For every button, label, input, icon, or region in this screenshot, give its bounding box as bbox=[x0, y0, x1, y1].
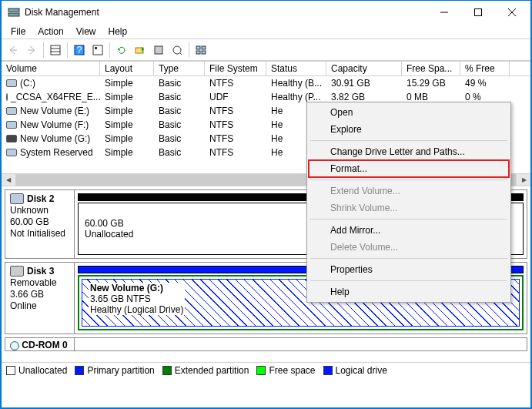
disk-size: 60.00 GB bbox=[10, 216, 69, 227]
volume-layout: Simple bbox=[100, 146, 154, 159]
menu-view[interactable]: View bbox=[70, 25, 102, 39]
volume-type: Basic bbox=[154, 119, 205, 131]
menu-change-drive-letter[interactable]: Change Drive Letter and Paths... bbox=[309, 143, 509, 160]
volume-icon bbox=[6, 107, 17, 115]
minimize-button[interactable] bbox=[427, 2, 461, 23]
toolbar-separator bbox=[109, 42, 110, 58]
toolbar-separator bbox=[189, 42, 189, 58]
disk-online: Online bbox=[10, 300, 69, 311]
col-layout[interactable]: Layout bbox=[100, 62, 154, 75]
svg-rect-18 bbox=[196, 51, 200, 54]
menu-separator bbox=[310, 140, 507, 141]
volume-type: Basic bbox=[154, 132, 205, 145]
legend-logical: Logical drive bbox=[336, 365, 387, 376]
volume-fs: NTFS bbox=[205, 146, 266, 159]
disk-init: Not Initialised bbox=[10, 228, 69, 239]
disk-title: Disk 2 bbox=[27, 193, 54, 204]
col-type[interactable]: Type bbox=[154, 62, 205, 75]
menu-help[interactable]: Help bbox=[309, 283, 509, 300]
volume-layout: Simple bbox=[100, 132, 154, 145]
back-button[interactable] bbox=[5, 42, 22, 59]
help-button[interactable]: ? bbox=[71, 42, 88, 59]
disk-type: Removable bbox=[10, 277, 69, 288]
menu-explore[interactable]: Explore bbox=[309, 121, 509, 138]
volume-name: New Volume (E:) bbox=[20, 106, 89, 116]
legend-primary: Primary partition bbox=[87, 365, 154, 376]
swatch-extended bbox=[162, 366, 172, 375]
menu-separator bbox=[310, 258, 507, 259]
svg-rect-11 bbox=[93, 45, 102, 55]
col-free[interactable]: Free Spa... bbox=[402, 62, 460, 75]
volume-row[interactable]: (C:) Simple Basic NTFS Healthy (B... 30.… bbox=[2, 76, 530, 90]
menu-format[interactable]: Format... bbox=[309, 160, 509, 177]
region-label: Unallocated bbox=[85, 229, 133, 240]
forward-button[interactable] bbox=[23, 42, 40, 59]
app-icon bbox=[8, 6, 20, 18]
legend-extended: Extended partition bbox=[175, 365, 249, 376]
menu-file[interactable]: File bbox=[5, 25, 32, 39]
menu-shrink-volume: Shrink Volume... bbox=[309, 199, 509, 216]
menu-properties[interactable]: Properties bbox=[309, 261, 509, 278]
menu-delete-volume: Delete Volume... bbox=[309, 239, 509, 256]
cdrom-title: CD-ROM 0 bbox=[22, 340, 67, 350]
volume-name: New Volume (G:) bbox=[20, 133, 90, 144]
volume-pct: 49 % bbox=[460, 77, 510, 89]
action-button-1[interactable] bbox=[150, 42, 167, 59]
disc-icon bbox=[6, 93, 8, 101]
volume-layout: Simple bbox=[100, 119, 154, 131]
volume-fs: NTFS bbox=[205, 119, 266, 131]
volume-name: System Reserved bbox=[20, 147, 93, 158]
col-pctfree[interactable]: % Free bbox=[460, 62, 510, 75]
volume-name: _CCSA_X64FRE_E... bbox=[11, 92, 100, 102]
col-status[interactable]: Status bbox=[266, 62, 326, 75]
region-size: 60.00 GB bbox=[85, 218, 133, 229]
menu-add-mirror[interactable]: Add Mirror... bbox=[309, 222, 509, 239]
scroll-right-icon[interactable]: ▶ bbox=[517, 174, 530, 186]
maximize-button[interactable] bbox=[461, 2, 495, 23]
svg-rect-6 bbox=[51, 45, 60, 55]
window-title: Disk Management bbox=[25, 7, 427, 18]
svg-rect-0 bbox=[8, 8, 19, 12]
region-size: 3.65 GB NTFS bbox=[90, 293, 151, 304]
menu-open[interactable]: Open bbox=[309, 104, 509, 121]
col-volume[interactable]: Volume bbox=[2, 62, 100, 75]
disk-status: Unknown bbox=[10, 205, 69, 216]
region-status: Healthy (Logical Drive) bbox=[90, 304, 183, 315]
menu-help[interactable]: Help bbox=[102, 25, 134, 39]
cdrom-row[interactable]: CD-ROM 0 bbox=[5, 337, 527, 351]
volume-type: Basic bbox=[154, 105, 205, 117]
action-button-3[interactable] bbox=[192, 42, 209, 59]
disk-title: Disk 3 bbox=[27, 266, 54, 277]
view-list-button[interactable] bbox=[47, 42, 64, 59]
menu-action[interactable]: Action bbox=[32, 25, 69, 39]
legend-unallocated: Unallocated bbox=[18, 365, 67, 376]
col-capacity[interactable]: Capacity bbox=[326, 62, 402, 75]
volume-name: New Volume (F:) bbox=[20, 119, 89, 130]
volume-cap: 30.91 GB bbox=[326, 77, 402, 89]
volume-type: Basic bbox=[154, 91, 205, 103]
refresh-button[interactable] bbox=[113, 42, 130, 59]
col-filesystem[interactable]: File System bbox=[205, 62, 266, 75]
close-button[interactable] bbox=[495, 2, 529, 23]
volume-fs: NTFS bbox=[205, 105, 266, 117]
disk-3-header: Disk 3 Removable 3.66 GB Online bbox=[5, 263, 75, 334]
svg-text:?: ? bbox=[77, 45, 82, 55]
disk-2-header: Disk 2 Unknown 60.00 GB Not Initialised bbox=[5, 190, 75, 258]
menu-bar: File Action View Help bbox=[2, 24, 530, 39]
volume-fs: NTFS bbox=[205, 132, 266, 145]
volume-list-header: Volume Layout Type File System Status Ca… bbox=[2, 61, 530, 76]
volume-icon bbox=[6, 149, 17, 156]
svg-rect-16 bbox=[196, 46, 200, 49]
settings-button[interactable] bbox=[89, 42, 106, 59]
toolbar: ? bbox=[2, 39, 530, 61]
volume-icon bbox=[6, 135, 17, 142]
volume-status: Healthy (B... bbox=[266, 77, 326, 89]
svg-rect-1 bbox=[8, 13, 19, 16]
action-button-2[interactable] bbox=[169, 42, 186, 59]
svg-rect-14 bbox=[155, 46, 162, 54]
volume-icon bbox=[6, 79, 17, 87]
scroll-left-icon[interactable]: ◀ bbox=[2, 174, 15, 186]
volume-fs: UDF bbox=[205, 91, 266, 103]
toolbar-separator bbox=[67, 42, 68, 58]
rescan-button[interactable] bbox=[132, 42, 149, 59]
